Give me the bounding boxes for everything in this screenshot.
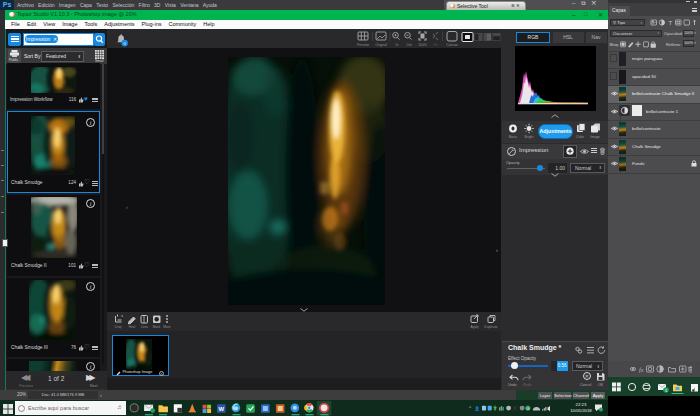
svg-text:Color: Color [576, 135, 585, 139]
svg-text:Out: Out [406, 43, 412, 47]
svg-text:G: G [526, 407, 529, 411]
svg-text:Preview: Preview [357, 43, 370, 47]
svg-text:W: W [218, 406, 224, 412]
svg-text:More: More [163, 325, 170, 329]
svg-text:100%: 100% [418, 43, 427, 47]
svg-text:Basic: Basic [509, 135, 518, 139]
svg-text:Crop: Crop [115, 325, 122, 329]
svg-text:⌃: ⌃ [468, 406, 472, 411]
svg-text:In: In [396, 43, 399, 47]
svg-text:Heal: Heal [129, 325, 136, 329]
svg-text:T: T [669, 20, 673, 26]
svg-text:Fit: Fit [434, 43, 438, 47]
svg-text:Mask: Mask [153, 325, 161, 329]
svg-text:Bright: Bright [525, 135, 534, 139]
svg-text:Canvas: Canvas [446, 43, 458, 47]
svg-text:Duplicate: Duplicate [484, 325, 498, 329]
svg-text:fx: fx [639, 367, 644, 373]
svg-text:👤: 👤 [475, 406, 481, 412]
svg-text:Apply: Apply [471, 325, 479, 329]
svg-text:Image: Image [590, 135, 600, 139]
svg-text:Lens: Lens [141, 325, 148, 329]
svg-text:Original: Original [375, 43, 387, 47]
